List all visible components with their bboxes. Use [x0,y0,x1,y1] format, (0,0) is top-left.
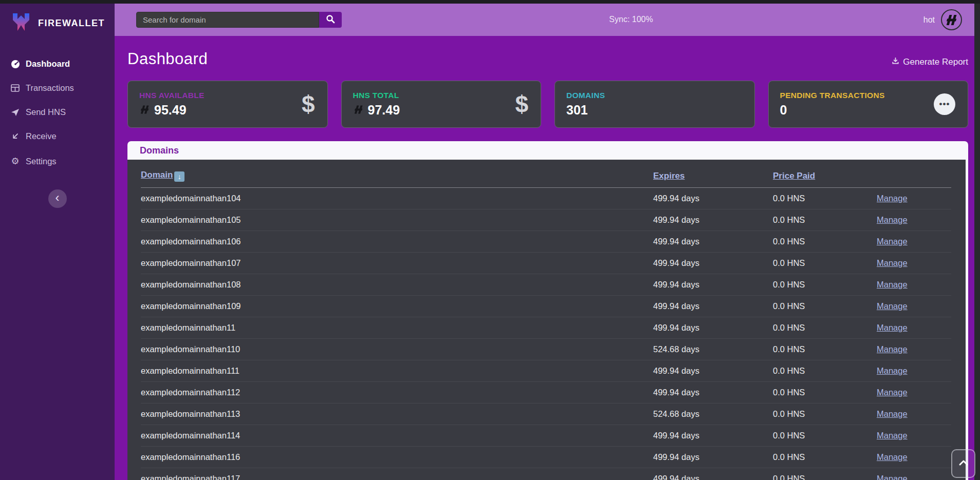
manage-link[interactable]: Manage [877,301,908,311]
search-input[interactable] [136,12,319,28]
generate-report-label: Generate Report [903,57,968,67]
stat-label: HNS TOTAL [353,91,400,100]
table-row: exampledomainnathan105499.94 days0.0 HNS… [141,209,951,231]
manage-link[interactable]: Manage [877,237,908,246]
table-row: exampledomainnathan110524.68 days0.0 HNS… [141,339,951,360]
manage-link[interactable]: Manage [877,474,908,480]
domain-search [136,12,342,28]
sidebar-nav: Dashboard Transactions Send HNS Receive [0,52,115,174]
brand: FIREWALLET [0,4,115,45]
scroll-to-top-button[interactable] [951,449,975,478]
domain-name: exampledomainnathan116 [141,447,653,468]
wallet-switcher[interactable]: hot [923,9,962,30]
sidebar-item-settings[interactable]: ⚙ Settings [0,148,115,174]
sidebar-item-receive[interactable]: Receive [0,124,115,148]
domains-table: Domain↓ Expires Price Paid exampledomain… [141,164,951,480]
firewallet-logo-icon [10,12,32,34]
stat-card-pending-transactions: PENDING TRANSACTIONS 0 ••• [768,81,969,128]
stat-cards: HNS AVAILABLE 95.49 $ HNS TOTAL [127,81,968,128]
domain-name: exampledomainnathan109 [141,296,653,317]
manage-link[interactable]: Manage [877,258,908,267]
paper-plane-icon [10,108,20,117]
topbar: Sync: 100% hot [115,4,974,36]
window-top-edge [0,0,980,4]
manage-link[interactable]: Manage [877,452,908,462]
manage-link[interactable]: Manage [877,280,908,289]
table-row: exampledomainnathan108499.94 days0.0 HNS… [141,274,951,296]
stat-label: DOMAINS [566,91,605,100]
search-button[interactable] [319,12,342,28]
table-icon [10,84,20,92]
sync-status: Sync: 100% [609,15,653,24]
manage-link[interactable]: Manage [877,323,908,332]
sidebar-item-label: Dashboard [26,59,70,69]
domain-price: 0.0 HNS [773,253,877,274]
stat-label: HNS AVAILABLE [139,91,205,100]
sidebar: FIREWALLET Dashboard Transactions Send H… [0,4,115,480]
stat-card-domains: DOMAINS 301 [554,81,755,128]
domain-price: 0.0 HNS [773,447,877,468]
column-header-expires[interactable]: Expires [653,171,685,181]
sidebar-collapse-button[interactable]: ‹ [48,189,67,208]
sidebar-item-label: Send HNS [26,107,66,117]
hns-logo-icon [353,103,364,118]
sidebar-item-label: Receive [26,131,57,141]
domain-expires: 499.94 days [653,296,773,317]
stat-card-hns-total: HNS TOTAL 97.49 $ [341,81,542,128]
domain-name: exampledomainnathan107 [141,253,653,274]
table-row: exampledomainnathan114499.94 days0.0 HNS… [141,425,951,447]
stat-label: PENDING TRANSACTIONS [780,91,885,100]
domain-expires: 524.68 days [653,404,773,425]
manage-link[interactable]: Manage [877,215,908,224]
domain-expires: 499.94 days [653,317,773,339]
manage-link[interactable]: Manage [877,409,908,418]
dollar-sign-icon: $ [302,92,315,116]
generate-report-button[interactable]: Generate Report [892,57,968,68]
manage-link[interactable]: Manage [877,344,908,354]
domain-expires: 499.94 days [653,274,773,296]
sidebar-item-dashboard[interactable]: Dashboard [0,52,115,76]
sidebar-item-send-hns[interactable]: Send HNS [0,100,115,124]
table-row: exampledomainnathan116499.94 days0.0 HNS… [141,447,951,468]
domain-name: exampledomainnathan117 [141,468,653,480]
table-header-row: Domain↓ Expires Price Paid [141,164,951,188]
manage-link[interactable]: Manage [877,366,908,375]
sort-descending-icon: ↓ [174,171,184,182]
domain-price: 0.0 HNS [773,468,877,480]
domains-table-container: Domain↓ Expires Price Paid exampledomain… [127,160,966,480]
sidebar-item-label: Transactions [26,83,74,93]
table-row: exampledomainnathan109499.94 days0.0 HNS… [141,296,951,317]
table-row: exampledomainnathan111499.94 days0.0 HNS… [141,360,951,382]
search-icon [326,14,335,25]
table-row: exampledomainnathan106499.94 days0.0 HNS… [141,231,951,253]
domain-expires: 499.94 days [653,468,773,480]
domain-name: exampledomainnathan105 [141,209,653,231]
domain-name: exampledomainnathan106 [141,231,653,253]
table-row: exampledomainnathan11499.94 days0.0 HNSM… [141,317,951,339]
stat-value: 97.49 [368,103,400,118]
table-row: exampledomainnathan113524.68 days0.0 HNS… [141,404,951,425]
domain-price: 0.0 HNS [773,274,877,296]
domain-expires: 499.94 days [653,360,773,382]
domain-name: exampledomainnathan104 [141,188,653,209]
domains-panel-header: Domains [127,141,968,160]
sidebar-item-transactions[interactable]: Transactions [0,76,115,100]
table-row: exampledomainnathan104499.94 days0.0 HNS… [141,188,951,209]
domain-name: exampledomainnathan111 [141,360,653,382]
brand-name: FIREWALLET [38,18,105,29]
manage-link[interactable]: Manage [877,431,908,440]
window-right-edge [974,0,980,480]
domain-price: 0.0 HNS [773,231,877,253]
manage-link[interactable]: Manage [877,194,908,203]
stat-value: 95.49 [154,103,187,118]
domain-expires: 499.94 days [653,253,773,274]
column-header-price-paid[interactable]: Price Paid [773,171,815,181]
manage-link[interactable]: Manage [877,388,908,397]
domain-price: 0.0 HNS [773,296,877,317]
chevron-left-icon: ‹ [56,190,60,205]
column-header-domain[interactable]: Domain [141,170,173,180]
main-content: Dashboard Generate Report HNS AVAILABLE [115,36,974,480]
domain-name: exampledomainnathan113 [141,404,653,425]
domain-price: 0.0 HNS [773,188,877,209]
domain-price: 0.0 HNS [773,209,877,231]
